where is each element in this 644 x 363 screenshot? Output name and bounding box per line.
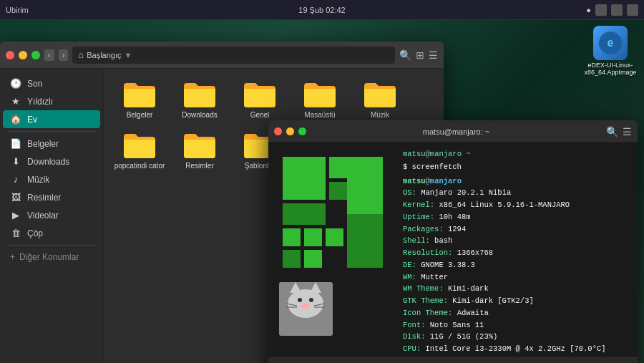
term-prompt-line: matsu@manjaro ~ — [403, 149, 632, 160]
fm-forward-btn[interactable]: › — [59, 49, 69, 61]
file-label-belgeler: Belgeler — [127, 111, 153, 120]
fm-min-btn[interactable] — [19, 51, 27, 59]
file-item-masaustu[interactable]: Masaüstü — [291, 76, 348, 124]
fm-max-btn[interactable] — [31, 51, 40, 59]
desktop: e eDEX-UI-Linux-x86_64.AppImage ‹ › ⌂ Ba… — [0, 20, 644, 363]
term-command-line: $ screenfetch — [403, 162, 632, 173]
folder-icon-popcatindicator — [122, 131, 157, 160]
term-host: manjaro — [430, 150, 462, 158]
term-title: matsu@manjaro: ~ — [311, 127, 602, 136]
folder-icon-downloads — [182, 80, 217, 109]
sf-disk: Disk: 11G / 51G (23%) — [403, 331, 632, 343]
sf-uptime: Uptime: 10h 48m — [403, 212, 632, 223]
sf-resolution: Resolution: 1366x768 — [403, 248, 632, 259]
sidebar-item-videolar[interactable]: ▶ Videolar — [3, 206, 100, 224]
sidebar-item-muzik[interactable]: ♪ Müzik — [3, 170, 100, 188]
file-item-genel[interactable]: Genel — [231, 76, 288, 124]
sf-userhost: matsu@manjaro — [403, 176, 632, 188]
svg-text:e: e — [608, 37, 614, 49]
file-item-belgeler[interactable]: Belgeler — [111, 76, 168, 124]
folder-icon-muzik — [363, 80, 397, 109]
sf-de: DE: GNOME 3.38.3 — [403, 260, 632, 271]
sf-os: OS: Manjaro 20.2.1 Nibia — [403, 188, 632, 199]
svg-point-19 — [301, 303, 310, 309]
folder-icon-masaustu — [303, 80, 337, 109]
svg-rect-10 — [304, 250, 322, 268]
svg-rect-7 — [304, 228, 322, 246]
file-item-downloads[interactable]: Downloads — [171, 76, 228, 124]
file-label-downloads: Downloads — [182, 111, 217, 120]
term-user: matsu — [403, 150, 426, 158]
add-icon: + — [10, 252, 15, 262]
svg-rect-5 — [283, 203, 326, 225]
folder-icon-resimler — [182, 131, 217, 160]
sidebar-label-resimler: Resimler — [27, 193, 61, 203]
fm-search-btn[interactable]: 🔍 — [399, 49, 411, 61]
folder-icon-genel — [243, 80, 277, 109]
file-label-genel: Genel — [250, 111, 270, 120]
tray-icon-3 — [627, 4, 638, 16]
recent-icon: 🕐 — [10, 78, 21, 89]
file-item-popcatindicator[interactable]: popcatindi cator — [111, 127, 168, 175]
term-body: matsu@manjaro ~ $ screenfetch matsu@manj… — [268, 143, 638, 356]
fm-view-btn[interactable]: ⊞ — [416, 49, 424, 61]
edex-ui-icon[interactable]: e eDEX-UI-Linux-x86_64.AppImage — [585, 26, 635, 76]
sidebar-divider-2 — [7, 245, 96, 246]
term-header: matsu@manjaro: ~ 🔍 ☰ — [268, 120, 638, 143]
sidebar-item-son[interactable]: 🕐 Son — [3, 74, 100, 92]
sf-font: Font: Noto Sans 11 — [403, 320, 632, 331]
desktop-icon-area: e eDEX-UI-Linux-x86_64.AppImage — [585, 26, 635, 76]
sidebar-label-muzik: Müzik — [27, 175, 49, 185]
file-label-resimler: Resimler — [185, 162, 213, 170]
fm-path-label: Başlangıç — [87, 51, 121, 59]
music-icon: ♪ — [10, 174, 21, 185]
trash-icon: 🗑 — [10, 228, 21, 238]
sidebar-item-downloads[interactable]: ⬇ Downloads — [3, 153, 100, 170]
svg-rect-2 — [283, 157, 326, 200]
sidebar-item-cop[interactable]: 🗑 Çöp — [3, 224, 100, 242]
fm-menu-btn[interactable]: ☰ — [429, 49, 438, 61]
term-min-btn[interactable] — [286, 127, 294, 135]
term-close-btn[interactable] — [274, 127, 282, 135]
file-label-masaustu: Masaüstü — [304, 111, 335, 120]
sidebar-item-yildizli[interactable]: ★ Yıldızlı — [3, 92, 100, 110]
term-output: matsu@manjaro ~ $ screenfetch matsu@manj… — [397, 143, 638, 356]
file-label-muzik: Müzik — [371, 111, 389, 120]
fm-path-bar: ⌂ Başlangıç ▼ — [72, 47, 395, 64]
taskbar: Ubirim 19 Şub 02:42 ● — [0, 0, 644, 20]
term-max-btn[interactable] — [298, 127, 306, 135]
fm-header: ‹ › ⌂ Başlangıç ▼ 🔍 ⊞ ☰ — [0, 42, 444, 69]
sf-gtk-theme: GTK Theme: Kimi-dark [GTK2/3] — [403, 296, 632, 307]
sf-cpu: CPU: Intel Core i3-2330M @ 4x 2.2GHz [70… — [403, 344, 632, 355]
sidebar-label-son: Son — [27, 79, 42, 89]
term-menu-btn[interactable]: ☰ — [623, 126, 632, 137]
sidebar-label-videolar: Videolar — [27, 210, 59, 221]
sidebar-other-locations[interactable]: + Diğer Konumlar — [3, 248, 100, 266]
fm-path-dropdown[interactable]: ▼ — [125, 51, 132, 59]
taskbar-left: Ubirim — [6, 6, 29, 14]
sf-wm-theme: WM Theme: Kimi-dark — [403, 284, 632, 295]
tray-icon-2 — [611, 4, 623, 16]
file-item-muzik[interactable]: Müzik — [351, 76, 409, 124]
file-item-resimler[interactable]: Resimler — [171, 127, 228, 175]
videos-icon: ▶ — [10, 210, 21, 221]
tray-icon-1 — [595, 4, 607, 16]
sidebar-item-belgeler[interactable]: 📄 Belgeler — [3, 135, 100, 153]
sidebar-label-ev: Ev — [27, 115, 37, 125]
fm-back-btn[interactable]: ‹ — [44, 49, 54, 61]
fm-sidebar: 🕐 Son ★ Yıldızlı 🏠 Ev 📄 Belgeler ⬇ — [0, 69, 104, 363]
sidebar-item-resimler[interactable]: 🖼 Resimler — [3, 188, 100, 206]
svg-rect-12 — [347, 214, 383, 268]
svg-point-17 — [298, 298, 302, 302]
downloads-icon: ⬇ — [10, 156, 21, 167]
taskbar-app-name: Ubirim — [6, 6, 29, 14]
sf-shell: Shell: bash — [403, 236, 632, 247]
terminal-window: matsu@manjaro: ~ 🔍 ☰ — [268, 120, 638, 363]
taskbar-datetime: 19 Şub 02:42 — [298, 6, 345, 14]
svg-rect-6 — [283, 228, 301, 246]
sidebar-item-ev[interactable]: 🏠 Ev — [3, 110, 100, 128]
term-search-btn[interactable]: 🔍 — [606, 126, 618, 137]
fm-close-btn[interactable] — [6, 51, 14, 59]
svg-rect-9 — [283, 250, 301, 268]
term-bottom-bar: matsu@manjaro ~ — [268, 356, 638, 363]
